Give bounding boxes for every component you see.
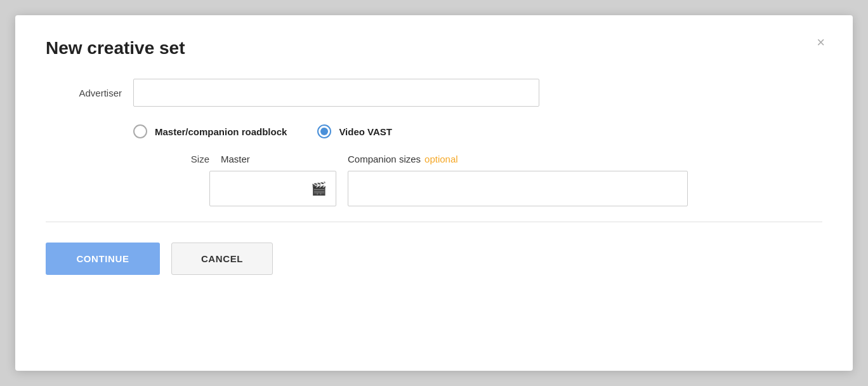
- dialog-title: New creative set: [46, 38, 822, 58]
- clapper-icon: 🎬: [311, 181, 327, 196]
- master-col-label: Master: [221, 154, 348, 164]
- continue-button[interactable]: CONTINUE: [46, 243, 160, 275]
- radio-label-video-vast: Video VAST: [339, 126, 392, 137]
- radio-circle-video-vast: [317, 124, 331, 138]
- master-input-box[interactable]: 🎬: [209, 171, 336, 206]
- dialog-backdrop: New creative set × Advertiser Master/com…: [0, 0, 868, 386]
- radio-video-vast[interactable]: Video VAST: [317, 124, 392, 138]
- radio-master-companion[interactable]: Master/companion roadblock: [133, 124, 287, 138]
- companion-input-box[interactable]: [348, 171, 688, 206]
- radio-label-master-companion: Master/companion roadblock: [155, 126, 287, 137]
- advertiser-input[interactable]: [133, 79, 539, 107]
- divider: [46, 222, 822, 222]
- size-header-row: Size Master Companion sizes optional: [133, 154, 822, 164]
- size-section: Size Master Companion sizes optional 🎬: [133, 154, 822, 206]
- companion-col-label: Companion sizes: [348, 154, 421, 164]
- optional-label: optional: [424, 154, 458, 164]
- size-inputs-row: 🎬: [209, 171, 822, 206]
- radio-circle-master-companion: [133, 124, 147, 138]
- size-label: Size: [133, 154, 209, 164]
- advertiser-label: Advertiser: [46, 88, 122, 98]
- size-header-wrapper: Master Companion sizes optional: [221, 154, 458, 164]
- advertiser-row: Advertiser: [46, 79, 822, 107]
- cancel-button[interactable]: CANCEL: [171, 243, 273, 275]
- close-button[interactable]: ×: [812, 33, 830, 52]
- footer-buttons: CONTINUE CANCEL: [46, 243, 822, 275]
- creative-type-row: Master/companion roadblock Video VAST: [133, 124, 822, 138]
- dialog: New creative set × Advertiser Master/com…: [15, 15, 853, 371]
